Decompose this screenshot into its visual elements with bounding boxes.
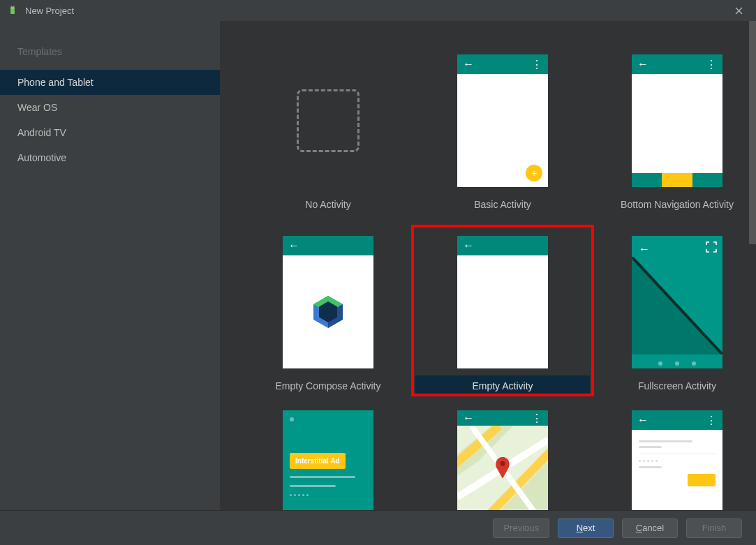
- phone-mockup: ←: [283, 236, 373, 368]
- finish-button[interactable]: Finish: [686, 518, 742, 538]
- sidebar-item-wear-os[interactable]: Wear OS: [0, 95, 220, 120]
- template-no-activity[interactable]: No Activity: [241, 47, 415, 215]
- template-interstitial-ad[interactable]: Interstitial Ad: [241, 410, 415, 510]
- more-vert-icon: ⋮: [531, 412, 542, 425]
- template-thumb: ←: [590, 229, 756, 375]
- diagonal-graphic-icon: [632, 257, 722, 354]
- template-label: Empty Compose Activity: [241, 375, 415, 396]
- back-arrow-icon: ←: [463, 58, 474, 70]
- scrollbar[interactable]: [749, 21, 756, 510]
- map-icon: [457, 426, 548, 510]
- close-button[interactable]: [728, 0, 749, 21]
- bottom-nav-bar-icon: [632, 173, 722, 187]
- svg-point-15: [501, 461, 505, 466]
- template-bottom-navigation[interactable]: ← ⋮ Bottom Navigation Activity: [590, 47, 756, 215]
- next-button[interactable]: Next: [558, 518, 614, 538]
- template-fullscreen[interactable]: ←: [590, 229, 756, 396]
- phone-mockup: ← ⋮: [632, 410, 722, 510]
- back-arrow-icon: ←: [637, 58, 648, 70]
- back-arrow-icon: ←: [288, 239, 299, 252]
- footer: Previous Next Cancel Finish: [0, 510, 756, 545]
- template-label: Basic Activity: [415, 194, 590, 215]
- phone-mockup: ←: [457, 236, 548, 368]
- phone-mockup: ← ⋮: [632, 54, 722, 187]
- template-thumb: ←: [241, 229, 415, 375]
- jetpack-compose-icon: [311, 294, 346, 329]
- phone-mockup: ←: [632, 236, 722, 368]
- dashed-box-icon: [297, 89, 360, 152]
- template-label: Bottom Navigation Activity: [590, 194, 756, 215]
- phone-mockup: Interstitial Ad: [283, 410, 373, 510]
- main-area: Templates Phone and Tablet Wear OS Andro…: [0, 21, 756, 510]
- titlebar: New Project: [0, 0, 756, 21]
- svg-rect-1: [10, 10, 15, 14]
- list-content-icon: [632, 430, 722, 510]
- sidebar-heading: Templates: [0, 40, 220, 70]
- template-thumb: [241, 47, 415, 194]
- back-arrow-icon: ←: [463, 239, 474, 252]
- template-basic-activity[interactable]: ← ⋮ + Basic Activity: [415, 47, 590, 215]
- page-dots-icon: [632, 361, 722, 366]
- back-arrow-icon: ←: [463, 412, 474, 424]
- template-label: No Activity: [241, 194, 415, 215]
- phone-mockup: ← ⋮ +: [457, 54, 548, 187]
- sidebar: Templates Phone and Tablet Wear OS Andro…: [0, 21, 220, 510]
- template-thumb: ← ⋮: [415, 410, 590, 510]
- template-label: Empty Activity: [415, 375, 590, 396]
- template-grid-container: No Activity ← ⋮ + Basic Activity: [220, 21, 756, 510]
- sidebar-item-android-tv[interactable]: Android TV: [0, 120, 220, 145]
- template-thumb: Interstitial Ad: [241, 410, 415, 510]
- action-button-icon: [688, 474, 716, 486]
- more-vert-icon: ⋮: [706, 414, 717, 427]
- template-empty-compose[interactable]: ← Empty Compose Acti: [241, 229, 415, 396]
- android-studio-icon: [7, 5, 18, 16]
- scrollbar-thumb[interactable]: [749, 21, 756, 244]
- svg-point-2: [11, 8, 12, 8]
- template-scrolling[interactable]: ← ⋮: [590, 410, 756, 510]
- back-arrow-icon: ←: [639, 243, 650, 255]
- back-arrow-icon: ←: [637, 414, 648, 426]
- svg-point-3: [13, 8, 14, 8]
- sidebar-item-automotive[interactable]: Automotive: [0, 145, 220, 170]
- template-thumb: ← ⋮: [590, 410, 756, 510]
- fab-icon: +: [526, 165, 542, 181]
- svg-line-4: [11, 6, 12, 6]
- more-vert-icon: ⋮: [706, 58, 717, 71]
- phone-mockup: ← ⋮: [457, 410, 548, 510]
- template-grid: No Activity ← ⋮ + Basic Activity: [241, 47, 735, 510]
- template-empty-activity[interactable]: ← Empty Activity: [415, 229, 590, 396]
- template-thumb: ←: [415, 229, 590, 375]
- svg-line-5: [14, 6, 15, 6]
- more-vert-icon: ⋮: [531, 58, 542, 71]
- window-title: New Project: [25, 6, 74, 16]
- fullscreen-icon: [706, 241, 717, 255]
- template-label: Fullscreen Activity: [590, 375, 756, 396]
- template-thumb: ← ⋮: [590, 47, 756, 194]
- template-google-maps[interactable]: ← ⋮: [415, 410, 590, 510]
- indicator-dot-icon: [290, 417, 294, 421]
- sidebar-item-phone-tablet[interactable]: Phone and Tablet: [0, 70, 220, 95]
- template-thumb: ← ⋮ +: [415, 47, 590, 194]
- interstitial-ad-label: Interstitial Ad: [290, 453, 346, 469]
- previous-button[interactable]: Previous: [493, 518, 549, 538]
- cancel-button[interactable]: Cancel: [622, 518, 678, 538]
